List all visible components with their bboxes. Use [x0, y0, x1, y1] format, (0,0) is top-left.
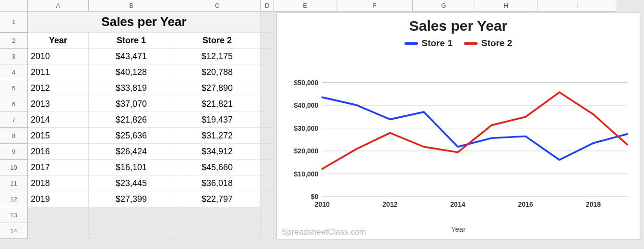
cell-empty[interactable] — [174, 207, 261, 223]
cell-year[interactable]: 2017 — [28, 160, 89, 175]
cell-blank[interactable] — [261, 33, 274, 49]
header-store2[interactable]: Store 2 — [174, 33, 261, 49]
cell-blank[interactable] — [261, 64, 274, 80]
spreadsheet: ABCDEFGHI 1234567891011121314 Sales per … — [0, 0, 644, 249]
cell-blank[interactable] — [261, 128, 274, 144]
svg-text:2012: 2012 — [382, 200, 397, 208]
row-header[interactable]: 7 — [0, 112, 28, 128]
column-header[interactable]: C — [174, 0, 261, 12]
cell-blank[interactable] — [261, 49, 274, 64]
cell-blank[interactable] — [261, 191, 274, 207]
chart-plot-area: $0$10,000$20,000$30,000$40,000$50,000201… — [285, 79, 632, 212]
cell-blank[interactable] — [261, 112, 274, 128]
cell-year[interactable]: 2019 — [28, 191, 89, 207]
row-header[interactable]: 6 — [0, 96, 28, 112]
column-header[interactable]: I — [537, 0, 617, 12]
legend-item-store1: Store 1 — [405, 38, 453, 49]
cell-empty[interactable] — [28, 207, 89, 223]
cell-store1[interactable]: $16,101 — [89, 160, 174, 175]
chart-svg: $0$10,000$20,000$30,000$40,000$50,000201… — [285, 79, 632, 212]
cell-year[interactable]: 2014 — [28, 112, 89, 128]
cell-store2[interactable]: $20,788 — [174, 64, 261, 80]
column-header[interactable]: H — [475, 0, 537, 12]
svg-text:$30,000: $30,000 — [294, 124, 319, 132]
svg-text:$20,000: $20,000 — [294, 147, 319, 155]
svg-text:2018: 2018 — [586, 200, 601, 208]
cell-store2[interactable]: $12,175 — [174, 49, 261, 64]
cell-year[interactable]: 2011 — [28, 64, 89, 80]
row-header[interactable]: 14 — [0, 223, 28, 239]
row-header[interactable]: 4 — [0, 64, 28, 80]
cell-year[interactable]: 2012 — [28, 80, 89, 96]
header-year[interactable]: Year — [28, 33, 89, 49]
cell-blank[interactable] — [261, 160, 274, 175]
cell-empty[interactable] — [261, 223, 274, 239]
cell-store2[interactable]: $19,437 — [174, 112, 261, 128]
svg-text:$0: $0 — [311, 193, 319, 200]
row-header[interactable]: 10 — [0, 160, 28, 175]
header-store1[interactable]: Store 1 — [89, 33, 174, 49]
cell-empty[interactable] — [261, 207, 274, 223]
cell-store2[interactable]: $21,821 — [174, 96, 261, 112]
cell-store2[interactable]: $45,660 — [174, 160, 261, 175]
cell-empty[interactable] — [89, 207, 174, 223]
column-header[interactable]: A — [28, 0, 89, 12]
watermark: SpreadsheetClass.com — [282, 227, 366, 237]
cell-store1[interactable]: $25,636 — [89, 128, 174, 144]
cell-blank[interactable] — [261, 96, 274, 112]
cell-store1[interactable]: $40,128 — [89, 64, 174, 80]
svg-text:2016: 2016 — [518, 200, 533, 208]
row-header[interactable]: 9 — [0, 144, 28, 160]
row-header[interactable]: 8 — [0, 128, 28, 144]
cell-year[interactable]: 2016 — [28, 144, 89, 160]
chart-title: Sales per Year — [277, 18, 640, 34]
cell-store1[interactable]: $43,471 — [89, 49, 174, 64]
cell-store1[interactable]: $27,399 — [89, 191, 174, 207]
legend-swatch — [464, 42, 477, 45]
select-all-corner[interactable] — [0, 0, 28, 12]
cell-store1[interactable]: $26,424 — [89, 144, 174, 160]
row-header[interactable]: 3 — [0, 49, 28, 64]
cell-empty[interactable] — [89, 223, 174, 239]
column-header[interactable]: G — [413, 0, 475, 12]
cell-store1[interactable]: $33,819 — [89, 80, 174, 96]
cell-blank[interactable] — [261, 80, 274, 96]
cell-blank[interactable] — [261, 175, 274, 191]
svg-text:2010: 2010 — [315, 200, 330, 208]
cell-store2[interactable]: $36,018 — [174, 175, 261, 191]
cell-empty[interactable] — [28, 223, 89, 239]
column-header[interactable]: B — [89, 0, 174, 12]
cell-year[interactable]: 2013 — [28, 96, 89, 112]
row-header[interactable]: 2 — [0, 33, 28, 49]
table-title[interactable]: Sales per Year — [28, 12, 261, 33]
svg-text:$40,000: $40,000 — [294, 101, 319, 109]
cell-blank[interactable] — [261, 12, 274, 33]
cell-store1[interactable]: $23,445 — [89, 175, 174, 191]
cell-store2[interactable]: $27,890 — [174, 80, 261, 96]
grid: Sales per YearYearStore 1Store 22010$43,… — [28, 12, 274, 239]
row-header[interactable]: 11 — [0, 175, 28, 191]
cell-store2[interactable]: $34,912 — [174, 144, 261, 160]
legend-label: Store 2 — [481, 38, 512, 49]
legend-label: Store 1 — [422, 38, 453, 49]
row-header[interactable]: 5 — [0, 80, 28, 96]
column-header[interactable]: D — [261, 0, 274, 12]
cell-year[interactable]: 2018 — [28, 175, 89, 191]
cell-year[interactable]: 2015 — [28, 128, 89, 144]
column-header[interactable]: E — [274, 0, 336, 12]
svg-text:2014: 2014 — [450, 200, 465, 208]
chart[interactable]: Sales per Year Store 1 Store 2 $0$10,000… — [276, 12, 640, 239]
legend-item-store2: Store 2 — [464, 38, 512, 49]
cell-store1[interactable]: $37,070 — [89, 96, 174, 112]
column-header[interactable]: F — [336, 0, 413, 12]
row-header[interactable]: 13 — [0, 207, 28, 223]
cell-year[interactable]: 2010 — [28, 49, 89, 64]
cell-store2[interactable]: $31,272 — [174, 128, 261, 144]
cell-empty[interactable] — [174, 223, 261, 239]
cell-store2[interactable]: $22,797 — [174, 191, 261, 207]
cell-store1[interactable]: $21,826 — [89, 112, 174, 128]
row-header[interactable]: 1 — [0, 12, 28, 33]
row-header[interactable]: 12 — [0, 191, 28, 207]
cell-blank[interactable] — [261, 144, 274, 160]
svg-text:$50,000: $50,000 — [294, 79, 319, 87]
